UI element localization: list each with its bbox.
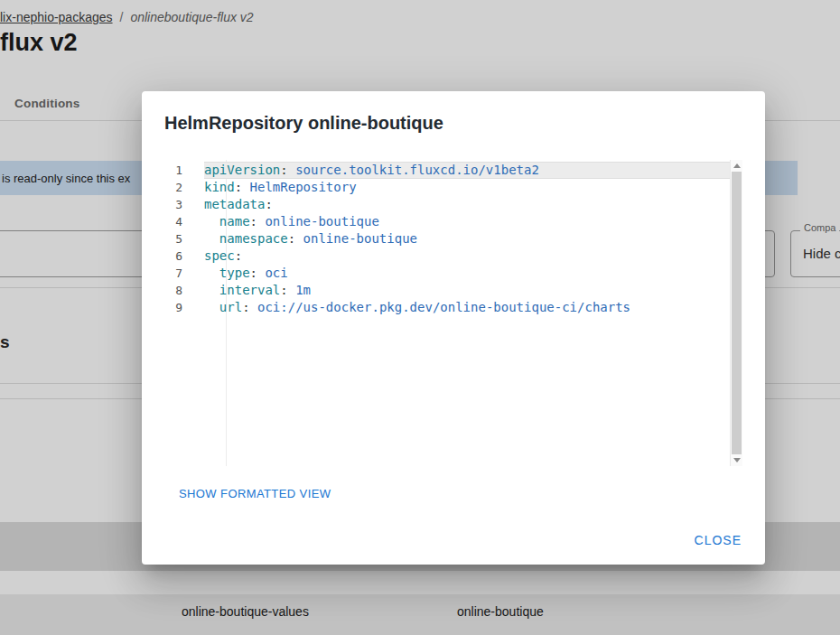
yaml-punctuation-token: : [265,197,272,211]
yaml-value-token: online-boutique [303,231,417,246]
yaml-key-token: interval [204,283,280,297]
code-line: 1apiVersion: source.toolkit.fluxcd.io/v1… [164,162,730,179]
code-text[interactable]: type: oci [204,265,730,282]
dialog-title: HelmRepository online-boutique [164,113,443,134]
code-text[interactable]: spec: [204,247,730,265]
code-text[interactable]: kind: HelmRepository [204,179,730,196]
yaml-punctuation-token: : [280,163,295,177]
yaml-key-token: url [204,300,242,314]
yaml-value-token: HelmRepository [250,180,357,194]
yaml-punctuation-token: : [235,180,250,194]
yaml-key-token: namespace [204,231,288,246]
line-number: 9 [164,299,204,316]
yaml-value-token: source.toolkit.fluxcd.io/v1beta2 [295,163,539,177]
line-number: 4 [164,213,204,230]
yaml-key-token: metadata [204,197,265,211]
code-line: 6spec: [164,247,730,265]
line-number: 7 [164,265,204,282]
code-line: 5 namespace: online-boutique [164,230,730,247]
close-button[interactable]: CLOSE [695,533,742,547]
line-number: 3 [164,196,204,213]
code-text[interactable]: url: oci://us-docker.pkg.dev/online-bout… [204,299,730,316]
yaml-punctuation-token: : [288,231,303,246]
editor-lines: 1apiVersion: source.toolkit.fluxcd.io/v1… [164,162,730,316]
editor-scrollbar[interactable] [730,160,742,466]
yaml-punctuation-token: : [250,266,266,280]
scrollbar-thumb[interactable] [732,172,742,454]
yaml-key-token: spec [204,248,235,263]
code-line: 3metadata: [164,196,730,213]
scrollbar-up-icon[interactable] [733,163,741,168]
yaml-value-token: 1m [295,283,311,297]
code-line: 2kind: HelmRepository [164,179,730,196]
code-text[interactable]: namespace: online-boutique [204,230,730,247]
code-text[interactable]: interval: 1m [204,282,730,299]
yaml-punctuation-token: : [280,283,295,297]
scrollbar-down-icon[interactable] [733,458,741,462]
yaml-value-token: oci [265,266,287,280]
code-line: 7 type: oci [164,265,730,282]
line-number: 8 [164,282,204,299]
line-number: 2 [164,179,204,196]
yaml-editor[interactable]: 1apiVersion: source.toolkit.fluxcd.io/v1… [164,160,742,466]
yaml-value-token: online-boutique [265,214,378,229]
code-line: 8 interval: 1m [164,282,730,299]
yaml-key-token: apiVersion [204,163,280,177]
line-number: 1 [164,162,204,179]
yaml-punctuation-token: : [235,248,242,263]
line-number: 6 [164,247,204,265]
code-line: 4 name: online-boutique [164,213,730,230]
yaml-key-token: type [204,266,250,280]
code-text[interactable]: apiVersion: source.toolkit.fluxcd.io/v1b… [204,162,730,179]
code-text[interactable]: metadata: [204,196,730,213]
dialog: HelmRepository online-boutique 1apiVersi… [142,91,765,565]
show-formatted-view-button[interactable]: SHOW FORMATTED VIEW [179,487,331,500]
line-number: 5 [164,230,204,247]
yaml-key-token: name [204,214,250,229]
screen: lix-nephio-packages/onlineboutique-flux … [0,0,840,635]
code-line: 9 url: oci://us-docker.pkg.dev/online-bo… [164,299,730,316]
yaml-value-token: oci://us-docker.pkg.dev/online-boutique-… [257,300,630,314]
code-text[interactable]: name: online-boutique [204,213,730,230]
yaml-punctuation-token: : [250,214,266,229]
yaml-key-token: kind [204,180,235,194]
yaml-punctuation-token: : [242,300,257,314]
